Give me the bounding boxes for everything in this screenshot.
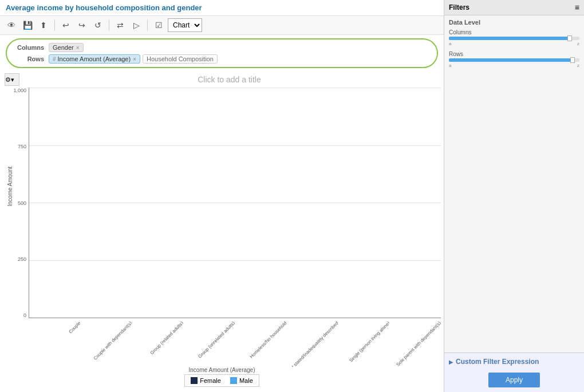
columns-filter: Columns a z bbox=[449, 29, 579, 46]
apply-button[interactable]: Apply bbox=[488, 373, 540, 387]
columns-filter-track[interactable] bbox=[449, 37, 579, 40]
legend-female: Female bbox=[191, 377, 221, 384]
toolbar: 👁 💾 ⬆ ↩ ↪ ↺ ⇄ ▷ bbox=[0, 16, 444, 35]
data-level-label: Data Level bbox=[449, 19, 579, 26]
gender-pill[interactable]: Gender × bbox=[49, 43, 84, 52]
custom-filter-header[interactable]: ▶ Custom Filter Expression bbox=[444, 353, 584, 370]
bars-container bbox=[29, 88, 441, 318]
undo-icon: ↩ bbox=[62, 21, 69, 30]
swap-icon: ⇄ bbox=[117, 21, 124, 30]
gear-icon: ⚙ bbox=[5, 76, 11, 84]
x-axis-label: Couple bbox=[29, 318, 80, 367]
male-label: Male bbox=[239, 377, 253, 384]
main-wrapper: Average income by household composition … bbox=[0, 0, 584, 392]
chart-type-select[interactable]: Chart Table Text bbox=[168, 18, 202, 32]
chart-title[interactable]: Click to add a title bbox=[19, 73, 439, 86]
data-level-section: Data Level Columns a z Rows bbox=[444, 15, 584, 76]
filter-btn[interactable]: ▷ bbox=[129, 18, 143, 32]
separator-3 bbox=[147, 19, 148, 31]
rows-filter-fill bbox=[449, 58, 573, 62]
right-panel: Filters ≡ Data Level Columns a z Rows bbox=[444, 0, 584, 392]
rows-filter-track[interactable] bbox=[449, 58, 579, 62]
redo-btn[interactable]: ↪ bbox=[75, 18, 89, 32]
separator-1 bbox=[54, 19, 55, 31]
refresh-icon: ↺ bbox=[94, 21, 101, 30]
columns-filter-label: Columns bbox=[449, 29, 579, 35]
chart-header: ⚙▾ Click to add a title bbox=[0, 72, 444, 88]
female-color bbox=[191, 377, 198, 384]
x-axis-label: Group (related adults) bbox=[132, 318, 183, 367]
x-axis-label: Group (unrelated adults) bbox=[183, 318, 235, 367]
columns-tick-labels: a z bbox=[449, 41, 579, 46]
swap-btn[interactable]: ⇄ bbox=[113, 18, 127, 32]
y-axis-label: Income Amount bbox=[7, 167, 13, 206]
custom-filter-section: ▶ Custom Filter Expression Apply bbox=[444, 353, 584, 392]
page-title: Average income by household composition … bbox=[0, 0, 444, 16]
household-comp-pill[interactable]: Household Composition bbox=[143, 54, 218, 64]
save-btn[interactable]: 💾 bbox=[21, 18, 34, 32]
x-axis-title: Income Amount (Average) bbox=[3, 367, 441, 373]
filters-header: Filters ≡ bbox=[444, 0, 584, 15]
x-axis-label: Homeless/No household bbox=[235, 318, 286, 367]
bars-area bbox=[29, 88, 441, 318]
view-btn[interactable]: 👁 bbox=[5, 18, 18, 32]
save-icon: 💾 bbox=[23, 21, 33, 30]
export-btn[interactable]: ⬆ bbox=[37, 18, 50, 32]
x-axis-label: Not stated/Inadequately described bbox=[286, 318, 338, 367]
rows-filter-handle[interactable] bbox=[570, 57, 575, 63]
rows-row: Rows # Income Amount (Average) × Househo… bbox=[13, 53, 431, 65]
x-labels: CoupleCouple with dependant(s)Group (rel… bbox=[29, 318, 441, 367]
columns-row: Columns Gender × bbox=[13, 42, 431, 53]
rows-filter: Rows a z bbox=[449, 51, 579, 68]
x-axis-label: Single (person living alone) bbox=[338, 318, 389, 367]
income-remove[interactable]: × bbox=[133, 56, 136, 62]
legend-container: Female Male bbox=[184, 374, 259, 387]
female-label: Female bbox=[200, 377, 221, 384]
redo-icon: ↪ bbox=[78, 21, 85, 30]
undo-btn[interactable]: ↩ bbox=[59, 18, 73, 32]
rows-label: Rows bbox=[13, 56, 44, 62]
rows-tick-labels: a z bbox=[449, 63, 579, 68]
male-color bbox=[230, 377, 237, 384]
checkbox-btn[interactable]: ☑ bbox=[152, 18, 165, 32]
chart-settings-btn[interactable]: ⚙▾ bbox=[5, 73, 19, 86]
export-icon: ⬆ bbox=[40, 21, 47, 30]
separator-2 bbox=[109, 19, 109, 31]
rows-filter-label: Rows bbox=[449, 51, 579, 57]
columns-filter-handle[interactable] bbox=[567, 35, 572, 41]
columns-label: Columns bbox=[13, 44, 44, 51]
left-panel: Average income by household composition … bbox=[0, 0, 444, 392]
x-axis-label: Sole parent with dependant(s) bbox=[389, 318, 441, 367]
custom-filter-arrow-icon: ▶ bbox=[449, 359, 453, 365]
eye-icon: 👁 bbox=[7, 21, 15, 30]
legend-male: Male bbox=[230, 377, 253, 384]
income-amount-pill[interactable]: # Income Amount (Average) × bbox=[49, 54, 140, 64]
custom-filter-title: Custom Filter Expression bbox=[456, 358, 539, 366]
filters-title: Filters bbox=[449, 3, 469, 11]
chart-container: Income Amount 1,000 750 500 250 0 bbox=[0, 88, 444, 392]
refresh-btn[interactable]: ↺ bbox=[91, 18, 105, 32]
check-icon: ☑ bbox=[155, 21, 163, 30]
columns-filter-fill bbox=[449, 37, 569, 40]
fields-area: Columns Gender × Rows # Income Amount (A… bbox=[6, 38, 438, 68]
filters-menu-icon[interactable]: ≡ bbox=[575, 3, 579, 12]
x-axis-label: Couple with dependant(s) bbox=[80, 318, 132, 367]
legend: Female Male bbox=[3, 374, 441, 387]
gender-remove[interactable]: × bbox=[76, 45, 80, 51]
filter-icon: ▷ bbox=[133, 21, 140, 30]
